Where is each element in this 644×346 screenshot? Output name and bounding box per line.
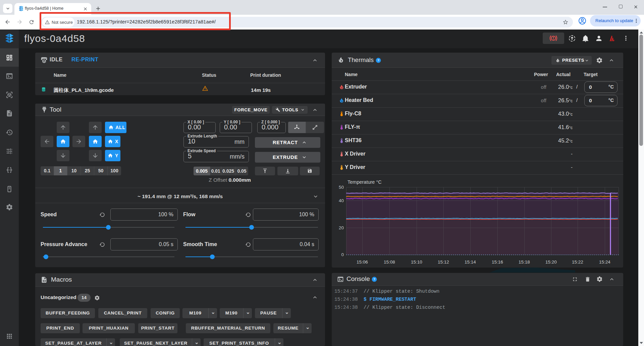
svg-text:50: 50 (339, 185, 344, 190)
svg-text:15:16: 15:16 (492, 260, 503, 265)
svg-text:15:08: 15:08 (384, 260, 395, 265)
svg-text:15:18: 15:18 (519, 260, 530, 265)
svg-text:15:24: 15:24 (599, 260, 610, 265)
svg-text:15:14: 15:14 (465, 260, 476, 265)
svg-text:15:12: 15:12 (438, 260, 449, 265)
svg-text:15:22: 15:22 (572, 260, 583, 265)
svg-text:15:10: 15:10 (411, 260, 422, 265)
svg-text:0: 0 (341, 252, 344, 257)
svg-text:15:06: 15:06 (357, 260, 368, 265)
svg-text:20: 20 (339, 225, 344, 230)
svg-text:Temperature °C: Temperature °C (347, 179, 382, 185)
svg-text:40: 40 (339, 198, 344, 203)
svg-text:15:20: 15:20 (545, 260, 557, 265)
